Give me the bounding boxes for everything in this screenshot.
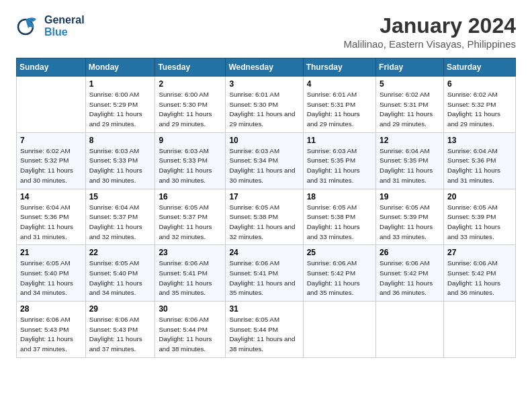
day-info: Sunrise: 6:05 AMSunset: 5:38 PMDaylight:… (307, 203, 372, 242)
day-number: 4 (307, 79, 372, 89)
day-info: Sunrise: 6:05 AMSunset: 5:40 PMDaylight:… (20, 259, 82, 298)
day-info: Sunrise: 6:05 AMSunset: 5:44 PMDaylight:… (229, 315, 299, 355)
day-info: Sunrise: 6:04 AMSunset: 5:36 PMDaylight:… (20, 203, 82, 242)
day-info: Sunrise: 6:01 AMSunset: 5:31 PMDaylight:… (307, 90, 372, 130)
table-row: 5 Sunrise: 6:02 AMSunset: 5:31 PMDayligh… (376, 77, 444, 133)
col-monday: Monday (85, 58, 155, 77)
day-number: 11 (307, 136, 372, 145)
day-info: Sunrise: 6:00 AMSunset: 5:30 PMDaylight:… (159, 90, 222, 130)
table-row: 10 Sunrise: 6:03 AMSunset: 5:34 PMDaylig… (226, 132, 303, 189)
day-info: Sunrise: 6:06 AMSunset: 5:42 PMDaylight:… (307, 259, 372, 298)
day-info: Sunrise: 6:05 AMSunset: 5:39 PMDaylight:… (447, 203, 512, 242)
table-row: 23 Sunrise: 6:06 AMSunset: 5:41 PMDaylig… (155, 245, 226, 302)
table-row: 17 Sunrise: 6:05 AMSunset: 5:38 PMDaylig… (226, 189, 303, 245)
table-row: 24 Sunrise: 6:06 AMSunset: 5:41 PMDaylig… (226, 245, 303, 302)
day-info: Sunrise: 6:04 AMSunset: 5:35 PMDaylight:… (380, 146, 440, 186)
logo: General Blue (16, 13, 85, 39)
table-row: 26 Sunrise: 6:06 AMSunset: 5:42 PMDaylig… (376, 245, 444, 302)
col-friday: Friday (376, 58, 444, 77)
day-number: 2 (159, 79, 222, 89)
day-info: Sunrise: 6:06 AMSunset: 5:42 PMDaylight:… (380, 259, 440, 298)
table-row: 22 Sunrise: 6:05 AMSunset: 5:40 PMDaylig… (85, 245, 155, 302)
day-number: 27 (447, 248, 512, 257)
day-number: 10 (229, 136, 299, 145)
calendar-table: Sunday Monday Tuesday Wednesday Thursday… (16, 58, 516, 358)
day-info: Sunrise: 6:05 AMSunset: 5:39 PMDaylight:… (380, 203, 440, 242)
calendar-header-row: Sunday Monday Tuesday Wednesday Thursday… (17, 58, 516, 77)
logo-text: General Blue (44, 14, 85, 38)
page-subtitle: Malilinao, Eastern Visayas, Philippines (343, 38, 516, 50)
table-row (303, 302, 375, 358)
day-info: Sunrise: 6:06 AMSunset: 5:42 PMDaylight:… (447, 259, 512, 298)
day-number: 16 (159, 192, 222, 201)
day-info: Sunrise: 6:06 AMSunset: 5:44 PMDaylight:… (159, 315, 222, 355)
calendar-week-row: 28 Sunrise: 6:06 AMSunset: 5:43 PMDaylig… (17, 302, 516, 358)
day-number: 7 (20, 136, 82, 145)
table-row: 15 Sunrise: 6:04 AMSunset: 5:37 PMDaylig… (85, 189, 155, 245)
table-row: 6 Sunrise: 6:02 AMSunset: 5:32 PMDayligh… (443, 77, 515, 133)
day-info: Sunrise: 6:02 AMSunset: 5:32 PMDaylight:… (447, 90, 512, 130)
col-wednesday: Wednesday (226, 58, 303, 77)
table-row: 27 Sunrise: 6:06 AMSunset: 5:42 PMDaylig… (443, 245, 515, 302)
day-number: 29 (89, 304, 152, 314)
day-info: Sunrise: 6:06 AMSunset: 5:41 PMDaylight:… (159, 259, 222, 298)
table-row: 31 Sunrise: 6:05 AMSunset: 5:44 PMDaylig… (226, 302, 303, 358)
table-row: 20 Sunrise: 6:05 AMSunset: 5:39 PMDaylig… (443, 189, 515, 245)
day-number: 23 (159, 248, 222, 257)
day-number: 31 (229, 304, 299, 314)
table-row: 12 Sunrise: 6:04 AMSunset: 5:35 PMDaylig… (376, 132, 444, 189)
table-row: 16 Sunrise: 6:05 AMSunset: 5:37 PMDaylig… (155, 189, 226, 245)
day-number: 21 (20, 248, 82, 257)
day-number: 6 (447, 79, 512, 89)
table-row: 28 Sunrise: 6:06 AMSunset: 5:43 PMDaylig… (17, 302, 86, 358)
day-info: Sunrise: 6:04 AMSunset: 5:37 PMDaylight:… (89, 203, 152, 242)
day-number: 12 (380, 136, 440, 145)
logo-icon (16, 13, 42, 39)
col-thursday: Thursday (303, 58, 375, 77)
col-sunday: Sunday (17, 58, 86, 77)
day-number: 18 (307, 192, 372, 201)
day-info: Sunrise: 6:05 AMSunset: 5:40 PMDaylight:… (89, 259, 152, 298)
day-info: Sunrise: 6:05 AMSunset: 5:37 PMDaylight:… (159, 203, 222, 242)
table-row: 30 Sunrise: 6:06 AMSunset: 5:44 PMDaylig… (155, 302, 226, 358)
day-info: Sunrise: 6:06 AMSunset: 5:43 PMDaylight:… (20, 315, 82, 355)
table-row: 8 Sunrise: 6:03 AMSunset: 5:33 PMDayligh… (85, 132, 155, 189)
day-number: 26 (380, 248, 440, 257)
day-number: 8 (89, 136, 152, 145)
day-number: 20 (447, 192, 512, 201)
day-info: Sunrise: 6:03 AMSunset: 5:33 PMDaylight:… (89, 146, 152, 186)
calendar-week-row: 7 Sunrise: 6:02 AMSunset: 5:32 PMDayligh… (17, 132, 516, 189)
day-info: Sunrise: 6:01 AMSunset: 5:30 PMDaylight:… (229, 90, 299, 130)
col-tuesday: Tuesday (155, 58, 226, 77)
table-row: 13 Sunrise: 6:04 AMSunset: 5:36 PMDaylig… (443, 132, 515, 189)
day-info: Sunrise: 6:06 AMSunset: 5:43 PMDaylight:… (89, 315, 152, 355)
page-title: January 2024 (343, 13, 516, 38)
day-number: 22 (89, 248, 152, 257)
table-row: 21 Sunrise: 6:05 AMSunset: 5:40 PMDaylig… (17, 245, 86, 302)
day-info: Sunrise: 6:00 AMSunset: 5:29 PMDaylight:… (89, 90, 152, 130)
day-number: 1 (89, 79, 152, 89)
col-saturday: Saturday (443, 58, 515, 77)
title-block: January 2024 Malilinao, Eastern Visayas,… (343, 13, 516, 50)
day-info: Sunrise: 6:02 AMSunset: 5:31 PMDaylight:… (380, 90, 440, 130)
table-row (17, 77, 86, 133)
day-number: 28 (20, 304, 82, 314)
table-row: 1 Sunrise: 6:00 AMSunset: 5:29 PMDayligh… (85, 77, 155, 133)
day-number: 13 (447, 136, 512, 145)
day-info: Sunrise: 6:04 AMSunset: 5:36 PMDaylight:… (447, 146, 512, 186)
day-info: Sunrise: 6:03 AMSunset: 5:35 PMDaylight:… (307, 146, 372, 186)
calendar-week-row: 21 Sunrise: 6:05 AMSunset: 5:40 PMDaylig… (17, 245, 516, 302)
day-number: 17 (229, 192, 299, 201)
table-row (443, 302, 515, 358)
table-row: 11 Sunrise: 6:03 AMSunset: 5:35 PMDaylig… (303, 132, 375, 189)
day-info: Sunrise: 6:03 AMSunset: 5:34 PMDaylight:… (229, 146, 299, 186)
day-info: Sunrise: 6:02 AMSunset: 5:32 PMDaylight:… (20, 146, 82, 186)
day-number: 25 (307, 248, 372, 257)
day-number: 14 (20, 192, 82, 201)
day-number: 9 (159, 136, 222, 145)
day-number: 5 (380, 79, 440, 89)
table-row: 25 Sunrise: 6:06 AMSunset: 5:42 PMDaylig… (303, 245, 375, 302)
table-row: 18 Sunrise: 6:05 AMSunset: 5:38 PMDaylig… (303, 189, 375, 245)
logo-blue-text: Blue (44, 26, 85, 38)
table-row: 29 Sunrise: 6:06 AMSunset: 5:43 PMDaylig… (85, 302, 155, 358)
